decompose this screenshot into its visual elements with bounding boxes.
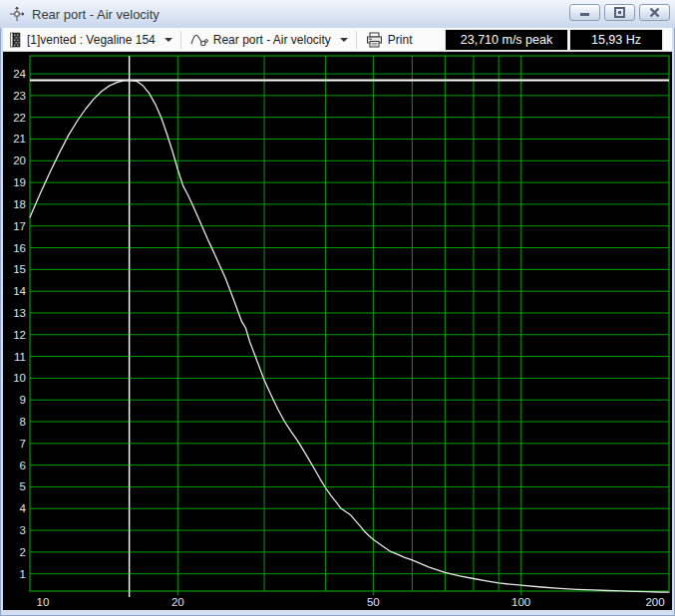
print-button[interactable]: Print xyxy=(361,29,418,51)
titlebar[interactable]: Rear port - Air velocity xyxy=(0,0,675,28)
project-box-icon xyxy=(8,32,22,48)
window-controls xyxy=(569,4,670,21)
minimize-button[interactable] xyxy=(569,4,600,21)
window: Rear port - Air velocity xyxy=(0,0,675,616)
project-selector-button[interactable]: [1]vented : Vegaline 154 xyxy=(3,29,177,51)
restore-icon xyxy=(614,7,625,18)
plot-area[interactable] xyxy=(3,52,672,610)
cursor-frequency-readout: 15,93 Hz xyxy=(570,30,662,50)
restore-button[interactable] xyxy=(604,4,635,21)
graph-type-icon xyxy=(190,32,208,47)
window-title: Rear port - Air velocity xyxy=(32,7,160,22)
crosshair-graph-icon xyxy=(9,6,25,22)
project-selector-label: [1]vented : Vegaline 154 xyxy=(27,33,156,47)
chevron-down-icon xyxy=(165,38,172,42)
chevron-down-icon xyxy=(340,38,348,42)
minimize-icon xyxy=(579,8,591,17)
graph-selector-label: Rear port - Air velocity xyxy=(213,33,331,47)
peak-velocity-readout: 23,710 m/s peak xyxy=(446,30,567,50)
toolbar-separator xyxy=(356,31,358,49)
close-button[interactable] xyxy=(639,4,670,21)
close-icon xyxy=(649,7,660,18)
printer-icon xyxy=(366,32,383,48)
toolbar: [1]vented : Vegaline 154 Rear port - Air… xyxy=(3,28,672,52)
print-label: Print xyxy=(388,33,413,47)
toolbar-separator xyxy=(180,31,182,49)
toolbar-readouts: 23,710 m/s peak 15,93 Hz xyxy=(446,30,662,50)
graph-selector-button[interactable]: Rear port - Air velocity xyxy=(185,29,353,51)
